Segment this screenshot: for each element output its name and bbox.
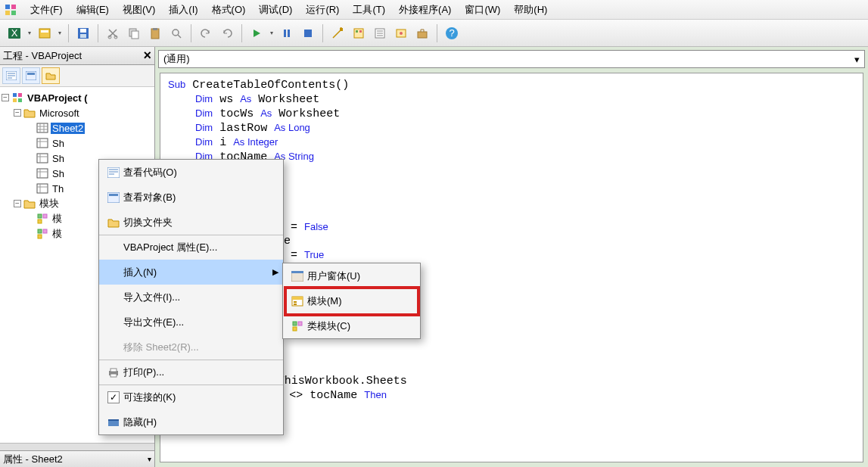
ctx-item[interactable]: 查看代码(O) (99, 160, 283, 185)
svg-rect-19 (288, 30, 290, 37)
dropdown-icon[interactable]: ▾ (268, 30, 275, 36)
svg-rect-10 (80, 34, 86, 38)
ctx-item[interactable]: VBAProject 属性(E)... (99, 235, 283, 260)
ctx-item[interactable]: 查看对象(B) (99, 185, 283, 210)
svg-rect-39 (37, 139, 48, 148)
tree-sheet[interactable]: Sh (2, 135, 153, 151)
svg-rect-3 (11, 11, 16, 15)
ctx-item[interactable]: 隐藏(H) (99, 409, 283, 434)
menu-file[interactable]: 文件(F) (24, 1, 69, 19)
svg-rect-54 (110, 374, 117, 377)
properties-title: 属性 - Sheet2 (3, 453, 63, 466)
toolbar: X ▾ ▾ ▾ ? (0, 20, 868, 47)
ctx-item: 移除 Sheet2(R)... (99, 335, 283, 360)
svg-rect-1 (11, 5, 16, 9)
svg-rect-20 (304, 30, 312, 37)
svg-text:X: X (11, 27, 18, 39)
project-icon[interactable] (349, 23, 369, 43)
svg-rect-34 (13, 93, 17, 97)
svg-rect-45 (38, 219, 42, 223)
svg-rect-36 (13, 98, 17, 102)
find-icon[interactable] (166, 23, 186, 43)
svg-rect-32 (26, 71, 36, 80)
tree-root[interactable]: − VBAProject ( (2, 90, 153, 105)
svg-rect-18 (284, 30, 286, 37)
svg-rect-7 (41, 30, 48, 33)
cut-icon[interactable] (103, 23, 123, 43)
ctx-item[interactable]: 导出文件(E)... (99, 310, 283, 335)
svg-rect-53 (110, 369, 117, 372)
menu-format[interactable]: 格式(O) (206, 1, 252, 19)
svg-rect-51 (109, 194, 118, 196)
chevron-down-icon[interactable]: ▾ (148, 455, 151, 463)
view-code-icon[interactable] (2, 67, 20, 84)
svg-rect-60 (292, 297, 303, 300)
ctx-item[interactable]: ✓可连接的(K) (99, 384, 283, 409)
svg-rect-41 (37, 169, 48, 178)
ctx-item[interactable]: 切换文件夹 (99, 210, 283, 235)
panel-toolbar (0, 65, 154, 87)
design-icon[interactable] (328, 23, 347, 43)
copy-icon[interactable] (124, 23, 144, 43)
close-icon[interactable]: × (143, 48, 151, 64)
dropdown-icon[interactable]: ▾ (26, 30, 33, 36)
ctx-item[interactable]: 插入(N)▶ (99, 260, 283, 285)
svg-rect-43 (38, 214, 42, 218)
svg-rect-22 (354, 29, 363, 38)
tree-folder-microsoft[interactable]: − Microsoft (2, 105, 153, 120)
svg-rect-23 (356, 30, 358, 33)
svg-rect-46 (38, 229, 42, 233)
submenu-item[interactable]: 模块(M) (283, 288, 420, 313)
menu-window[interactable]: 窗口(W) (459, 1, 506, 19)
svg-rect-44 (43, 214, 47, 218)
redo-icon[interactable] (217, 23, 237, 43)
app-icon (3, 2, 18, 17)
help-icon[interactable]: ? (442, 23, 462, 43)
svg-rect-21 (340, 28, 343, 31)
svg-rect-63 (293, 322, 297, 325)
toolbox-icon[interactable] (412, 23, 432, 43)
svg-rect-40 (37, 154, 48, 163)
svg-rect-6 (39, 29, 50, 38)
svg-rect-65 (293, 327, 297, 331)
ctx-item[interactable]: 打印(P)... (99, 360, 283, 384)
insert-form-icon[interactable] (35, 23, 54, 43)
menubar: 文件(F) 编辑(E) 视图(V) 插入(I) 格式(O) 调试(D) 运行(R… (0, 0, 868, 20)
undo-icon[interactable] (196, 23, 216, 43)
pause-icon[interactable] (277, 23, 297, 43)
excel-icon[interactable]: X (5, 23, 24, 43)
svg-rect-61 (294, 301, 297, 303)
menu-run[interactable]: 运行(R) (300, 1, 345, 19)
svg-point-17 (173, 30, 179, 36)
toggle-folders-icon[interactable] (42, 67, 60, 84)
menu-edit[interactable]: 编辑(E) (70, 1, 115, 19)
menu-insert[interactable]: 插入(I) (163, 1, 204, 19)
run-icon[interactable] (247, 23, 266, 43)
menu-view[interactable]: 视图(V) (117, 1, 161, 19)
submenu-item[interactable]: 用户窗体(U) (283, 263, 420, 288)
stop-icon[interactable] (298, 23, 318, 43)
menu-debug[interactable]: 调试(D) (253, 1, 298, 19)
menu-addins[interactable]: 外接程序(A) (393, 1, 457, 19)
submenu-item[interactable]: 类模块(C) (283, 313, 420, 338)
procedure-dropdown[interactable]: (通用) ▾ (158, 50, 865, 68)
view-object-icon[interactable] (22, 67, 40, 84)
dropdown-icon[interactable]: ▾ (56, 30, 64, 36)
svg-rect-38 (37, 123, 48, 132)
context-menu: 查看代码(O)查看对象(B)切换文件夹VBAProject 属性(E)...插入… (98, 159, 284, 435)
properties-icon[interactable] (370, 23, 390, 43)
panel-title: 工程 - VBAProject (3, 49, 82, 63)
svg-rect-33 (27, 73, 35, 75)
menu-help[interactable]: 帮助(H) (508, 1, 553, 19)
tree-sheet-selected[interactable]: Sheet2 (2, 120, 153, 135)
ctx-item[interactable]: 导入文件(I)... (99, 285, 283, 310)
paste-icon[interactable] (145, 23, 165, 43)
menu-tools[interactable]: 工具(T) (347, 1, 391, 19)
insert-submenu: 用户窗体(U)模块(M)类模块(C) (282, 263, 421, 339)
svg-rect-0 (5, 5, 10, 9)
svg-rect-58 (291, 271, 303, 273)
svg-rect-16 (153, 28, 157, 30)
chevron-down-icon: ▾ (854, 54, 860, 65)
save-icon[interactable] (73, 23, 93, 43)
object-browser-icon[interactable] (391, 23, 411, 43)
